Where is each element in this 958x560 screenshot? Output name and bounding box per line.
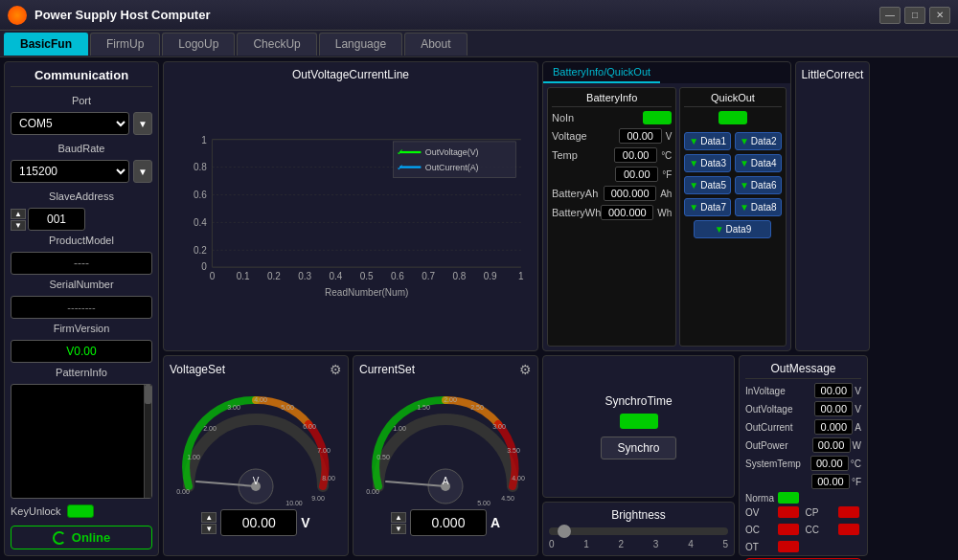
minimize-button[interactable]: — <box>879 7 901 24</box>
data8-button[interactable]: ▼ Data8 <box>735 198 782 216</box>
svg-text:V: V <box>253 476 260 486</box>
main-content: Communication Port COM5 ▼ BaudRate 11520… <box>0 57 958 560</box>
product-model-value: ---- <box>11 252 152 275</box>
slave-label: SlaveAddress <box>11 190 152 202</box>
out-power-label: OutPower <box>745 440 787 451</box>
port-select[interactable]: COM5 <box>11 112 129 135</box>
data1-button[interactable]: ▼ Data1 <box>684 132 731 150</box>
svg-text:7.00: 7.00 <box>317 447 331 454</box>
current-value-input[interactable] <box>410 509 487 536</box>
maximize-button[interactable]: □ <box>904 7 925 24</box>
battery-ah-unit: Ah <box>660 189 672 199</box>
data5-button[interactable]: ▼ Data5 <box>684 176 731 194</box>
bi-temp-label: Temp <box>552 149 578 161</box>
synchro-button[interactable]: Synchro <box>601 437 675 459</box>
current-gear-icon[interactable]: ⚙ <box>519 362 532 377</box>
slave-down-button[interactable]: ▼ <box>11 220 26 231</box>
sys-temp-f-unit: °F <box>852 477 861 487</box>
out-message-title: OutMessage <box>745 362 861 379</box>
tab-basicfun[interactable]: BasicFun <box>4 33 88 56</box>
svg-text:ReadNumber(Num): ReadNumber(Num) <box>325 287 408 298</box>
voltage-down-button[interactable]: ▼ <box>201 524 217 534</box>
online-button[interactable]: Online <box>11 526 152 549</box>
out-power-value: 00.00 <box>812 437 851 453</box>
svg-text:10.00: 10.00 <box>285 500 303 505</box>
svg-text:6.00: 6.00 <box>303 423 316 430</box>
current-down-button[interactable]: ▼ <box>391 524 406 534</box>
battery-wh-value: 000.000 <box>601 205 653 220</box>
svg-text:9.00: 9.00 <box>311 495 325 502</box>
tab-about[interactable]: About <box>404 33 467 56</box>
battery-ah-value: 000.000 <box>604 186 656 201</box>
svg-text:1.50: 1.50 <box>417 404 430 411</box>
data2-button[interactable]: ▼ Data2 <box>735 132 782 150</box>
brightness-slider-thumb[interactable] <box>558 525 571 538</box>
cp-label: CP <box>806 507 834 518</box>
voltage-set-panel: VoltageSet ⚙ <box>163 355 349 556</box>
svg-text:0.6: 0.6 <box>391 271 404 281</box>
out-current-value: 0.000 <box>814 419 853 435</box>
in-voltage-unit: V <box>855 386 861 396</box>
data6-button[interactable]: ▼ Data6 <box>735 176 782 194</box>
out-voltage-value: 00.00 <box>814 401 853 416</box>
voltage-up-button[interactable]: ▲ <box>201 512 217 523</box>
voltage-value-input[interactable] <box>220 509 297 536</box>
svg-text:0.3: 0.3 <box>298 271 311 281</box>
bi-temp-f-value: 00.00 <box>615 167 658 182</box>
oc-led <box>778 524 799 535</box>
tab-firmup[interactable]: FirmUp <box>90 33 160 56</box>
baud-select[interactable]: 115200 <box>11 160 129 183</box>
data7-button[interactable]: ▼ Data7 <box>684 198 731 216</box>
port-dropdown[interactable]: ▼ <box>133 112 152 135</box>
communication-title: Communication <box>11 68 152 87</box>
battery-tab[interactable]: BatteryInfo/QuickOut <box>543 62 660 83</box>
svg-text:2.00: 2.00 <box>203 425 217 432</box>
baud-dropdown[interactable]: ▼ <box>133 160 152 183</box>
data3-button[interactable]: ▼ Data3 <box>684 154 731 172</box>
current-set-title: CurrentSet <box>359 363 415 376</box>
bi-voltage-value: 00.00 <box>619 128 662 144</box>
firm-version-value: V0.00 <box>11 340 152 363</box>
svg-text:0.6: 0.6 <box>194 190 207 200</box>
title-bar: Power Supply Host Computer — □ ✕ <box>0 0 958 31</box>
window-controls: — □ ✕ <box>879 7 950 24</box>
svg-text:0.7: 0.7 <box>422 271 435 281</box>
app-icon <box>8 6 27 25</box>
close-button[interactable]: ✕ <box>929 7 950 24</box>
slave-input[interactable] <box>28 208 85 231</box>
data9-button[interactable]: ▼ Data9 <box>694 220 771 238</box>
battery-ah-label: BatteryAh <box>552 188 598 199</box>
svg-text:4.00: 4.00 <box>512 475 525 482</box>
ot-led <box>778 541 799 552</box>
ot-label: OT <box>745 542 774 552</box>
norma-led <box>778 492 799 504</box>
current-up-button[interactable]: ▲ <box>391 512 406 523</box>
key-unlock-led <box>67 504 94 518</box>
svg-text:OutVoltage(V): OutVoltage(V) <box>425 147 479 157</box>
bi-voltage-unit: V <box>666 131 673 142</box>
tab-language[interactable]: Language <box>319 33 402 56</box>
svg-text:5.00: 5.00 <box>477 500 490 505</box>
sys-temp-c-unit: °C <box>851 459 861 469</box>
data4-button[interactable]: ▼ Data4 <box>735 154 782 172</box>
svg-text:2.50: 2.50 <box>470 404 484 411</box>
slave-up-button[interactable]: ▲ <box>11 209 26 219</box>
cc-led <box>838 524 859 535</box>
brightness-slider-track[interactable] <box>549 527 728 535</box>
tab-checkup[interactable]: CheckUp <box>237 33 316 56</box>
svg-text:0.00: 0.00 <box>366 488 379 495</box>
quick-out-section: QuickOut ▼ Data1 ▼ Data2 ▼ Data3 ▼ Data4… <box>679 87 786 347</box>
svg-text:0.9: 0.9 <box>484 271 497 281</box>
voltage-gear-icon[interactable]: ⚙ <box>330 362 342 377</box>
ov-led <box>778 506 799 518</box>
voltage-unit-label: V <box>301 515 309 530</box>
out-voltage-unit: V <box>855 404 861 414</box>
brightness-title: Brightness <box>549 508 728 522</box>
svg-text:1.00: 1.00 <box>187 454 200 460</box>
quick-out-led <box>718 111 747 124</box>
noin-led <box>643 111 672 124</box>
svg-text:A: A <box>443 476 449 486</box>
svg-text:0.8: 0.8 <box>194 162 207 172</box>
svg-text:2.00: 2.00 <box>444 396 457 403</box>
tab-logoup[interactable]: LogoUp <box>162 33 235 56</box>
